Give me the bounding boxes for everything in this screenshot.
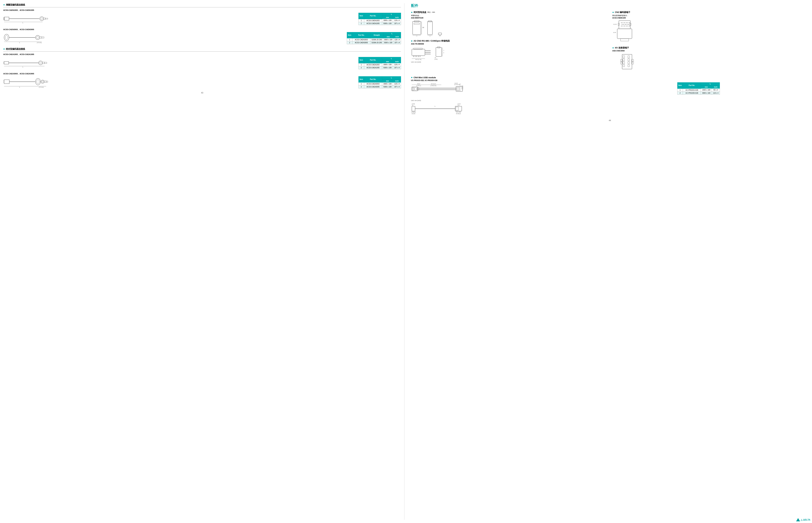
table-row: 197 ± 4 bbox=[393, 22, 401, 25]
cable-svg-1: L bbox=[3, 14, 49, 23]
cn4-bottom-svg: 12 (0.48) L 6.8 (0.27) USBAM ALEM INI US… bbox=[411, 103, 463, 116]
table-row: 118 ± 4 bbox=[393, 19, 401, 22]
th-inch-2: inch bbox=[393, 35, 401, 38]
sub2-title: ACS3-CAEN3003、ACS3-CAEN3005 bbox=[3, 28, 401, 31]
th-inch-1: inch bbox=[393, 16, 401, 19]
section-io: ● I/O 连接器端子 ASD-CNSC0050 bbox=[612, 46, 809, 73]
svg-text:85±5: 85±5 bbox=[417, 83, 420, 85]
bullet-icon-2: ● bbox=[3, 48, 5, 50]
svg-rect-56 bbox=[438, 33, 441, 35]
svg-point-86 bbox=[624, 24, 624, 25]
svg-text:INI USB: INI USB bbox=[456, 111, 461, 113]
sub-section-caea1003: ACS3-CAEA1003、ACS3-CAEA1005 bbox=[3, 53, 401, 69]
svg-rect-96 bbox=[618, 23, 619, 25]
th-L-2: L bbox=[383, 32, 401, 35]
svg-text:16: 16 bbox=[435, 57, 436, 58]
th-mm-1: mm bbox=[382, 16, 393, 19]
table-row: 1 bbox=[359, 82, 364, 86]
section2-title: ● 绝对型编码器连接线 bbox=[3, 48, 401, 50]
page-title: 配件 bbox=[411, 3, 809, 8]
table-row: 5000 ± 100 bbox=[382, 86, 393, 88]
cable-svg-2: L (70 mm) bbox=[3, 32, 49, 44]
svg-rect-109 bbox=[628, 61, 630, 64]
cable-diagram-2: L (70 mm) bbox=[3, 32, 344, 44]
svg-point-38 bbox=[42, 81, 43, 83]
svg-rect-14 bbox=[40, 37, 42, 38]
spec-table-1: Item Part No. L mm inch 1 ACS3-CAEN1 bbox=[358, 13, 401, 25]
diagram-area-1: L Item bbox=[3, 13, 401, 25]
th-L-3: L bbox=[382, 57, 401, 60]
delta-logo: △ ΔELTA bbox=[796, 518, 810, 521]
svg-rect-71 bbox=[436, 48, 441, 56]
table-row: 3000 ± 100 bbox=[382, 82, 393, 86]
table-row: ACS3-CAEA3005 bbox=[364, 86, 382, 88]
section-cn2: ● CN2 编码器端子 驱动器测编码器接头： ACS3-CNENC200 bbox=[612, 11, 809, 43]
rs485-diagram-area: 43.7(1.74) 13 0.59 16 bbox=[411, 46, 608, 60]
svg-rect-121 bbox=[457, 87, 459, 91]
th-L-4: L bbox=[382, 76, 401, 79]
rs485-model: ASD-TR-DM0008 bbox=[411, 43, 608, 45]
svg-rect-78 bbox=[619, 21, 630, 29]
svg-text:68: 68 bbox=[422, 27, 424, 28]
svg-text:(3.3±0.2): (3.3±0.2) bbox=[416, 85, 421, 86]
sub-section-caea3003: ACS3-CAEA3003、ACS3-CAEA3005 bbox=[3, 73, 401, 89]
left-column: ● 增量型编码器连接线 ACS3-CAEN1003、ACS3-CAEN1005 bbox=[3, 3, 404, 520]
svg-point-80 bbox=[622, 22, 623, 23]
svg-text:L: L bbox=[19, 42, 20, 43]
table-row: 118 ± 4 bbox=[712, 91, 720, 94]
table-row: 197 ± 4 bbox=[393, 86, 401, 88]
bullet-icon-4: ● bbox=[612, 11, 614, 14]
cable-diagram-3: L bbox=[3, 58, 356, 68]
table-row: 197 ± 4 bbox=[393, 41, 401, 44]
table-row: ACS3-CAEN1003 bbox=[364, 19, 382, 22]
table-row: 2 bbox=[359, 86, 364, 88]
svg-point-10 bbox=[5, 35, 8, 40]
svg-text:16.40: 16.40 bbox=[613, 32, 616, 33]
table-row: 2 bbox=[359, 66, 364, 69]
section-rs485: ● A3 CN3 RS-485 / CANOpen 终端电阻 ASD-TR-DM… bbox=[411, 39, 608, 63]
bullet-icon: ● bbox=[3, 3, 5, 6]
section-cn4-title: ● CN4 Mini USB module bbox=[411, 76, 809, 79]
svg-text:L: L bbox=[19, 86, 20, 88]
svg-text:13: 13 bbox=[444, 50, 444, 51]
svg-point-5 bbox=[40, 17, 44, 21]
svg-point-92 bbox=[624, 26, 625, 26]
svg-point-82 bbox=[626, 22, 627, 23]
svg-point-79 bbox=[621, 22, 621, 23]
svg-point-37 bbox=[41, 80, 44, 83]
section-battery-box: ● 绝对型电池盒 单位：mm 单颗电池盒： ASD-MDBT0100 bbox=[411, 11, 608, 36]
cn4-diagram-row: 85±5 (3.3±0.2) 64.5±0.5 (2.54±0.02) 20±0… bbox=[411, 82, 809, 116]
bullet-icon-3: ● bbox=[411, 11, 413, 14]
diagram-area-2: L (70 mm) Item Part No. Straight L bbox=[3, 32, 401, 44]
svg-text:USBAM: USBAM bbox=[411, 111, 416, 113]
svg-rect-134 bbox=[412, 106, 415, 111]
spec-table-5: Item Part No. L mm inch 1 UC-PRG015- bbox=[677, 82, 720, 95]
svg-point-91 bbox=[622, 26, 623, 26]
svg-point-9 bbox=[4, 34, 9, 41]
svg-text:6.8: 6.8 bbox=[458, 105, 459, 106]
th-partno-4: Part No. bbox=[364, 76, 382, 82]
th-L-1: L bbox=[382, 13, 401, 16]
right-top-two-col: ● 绝对型电池盒 单位：mm 单颗电池盒： ASD-MDBT0100 bbox=[411, 11, 809, 76]
table-row: 2 bbox=[677, 91, 683, 94]
divider-2 bbox=[3, 51, 401, 52]
svg-rect-0 bbox=[4, 17, 9, 20]
svg-rect-19 bbox=[4, 61, 9, 64]
svg-rect-15 bbox=[42, 37, 44, 38]
cn4-unit-note: Unit: mm (inch) bbox=[411, 100, 674, 101]
table-row: ACS3-CAEA3003 bbox=[364, 82, 382, 86]
table-row: 2 bbox=[347, 41, 353, 44]
svg-point-24 bbox=[39, 61, 42, 65]
right-right-half: ● CN2 编码器端子 驱动器测编码器接头： ACS3-CNENC200 bbox=[612, 11, 809, 76]
svg-rect-45 bbox=[414, 21, 419, 22]
th-mm-5: mm bbox=[701, 86, 712, 89]
cable-diagram-4: L (70 mm) bbox=[3, 76, 356, 88]
svg-text:(0.48): (0.48) bbox=[412, 103, 415, 105]
table-row: 3106A-20-29S bbox=[371, 38, 383, 41]
svg-point-87 bbox=[625, 24, 626, 25]
section1-title: ● 增量型编码器连接线 bbox=[3, 3, 401, 6]
svg-rect-7 bbox=[44, 18, 46, 19]
th-item-4: Item bbox=[359, 76, 364, 82]
table-row: 2 bbox=[359, 22, 364, 25]
svg-text:43.7(1.74): 43.7(1.74) bbox=[415, 59, 421, 60]
